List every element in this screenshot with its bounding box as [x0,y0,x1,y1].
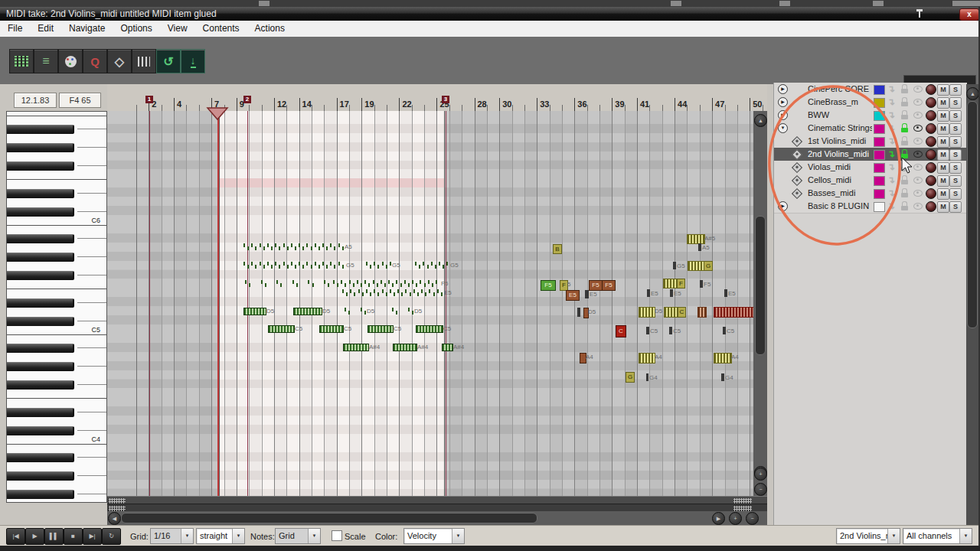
piano-key-black[interactable] [7,453,74,462]
midi-note[interactable] [267,243,269,247]
midi-note[interactable] [424,283,426,287]
record-arm-button[interactable] [926,97,936,108]
midi-note[interactable] [338,243,340,247]
midi-note[interactable] [334,265,335,269]
midi-note[interactable] [374,262,375,266]
piano-roll[interactable]: A5G5G5G5F5E5D5D5D5D5C5C5C5C5A#4A#4A#4BA#… [107,111,767,496]
marker-badge-2[interactable]: 2 [243,96,251,103]
midi-note[interactable] [322,243,324,247]
midi-note[interactable] [337,283,338,287]
midi-note[interactable] [328,283,329,287]
midi-note[interactable] [276,280,278,284]
visibility-eye-icon[interactable] [913,138,923,145]
track-row-cinematic-strings[interactable]: ▼Cinematic Strings↴MS [774,122,967,135]
midi-note[interactable] [393,344,417,351]
track-row-basses-midi[interactable]: Basses_midi↴MS [774,187,967,201]
piano-key-black[interactable] [7,344,74,353]
midi-note[interactable]: C [678,307,686,318]
child-track-icon[interactable] [792,187,802,198]
midi-note[interactable] [342,246,344,250]
midi-note[interactable] [362,292,364,296]
humanize-icon[interactable]: ◇ [107,49,132,73]
solo-button[interactable]: S [949,110,962,122]
mute-button[interactable]: M [937,123,949,135]
midi-note[interactable]: E5 [566,290,580,301]
midi-note[interactable] [318,246,320,250]
visibility-eye-icon[interactable] [913,112,923,119]
channel-filter-select[interactable]: All channels ▼ [903,528,972,544]
event-list-icon[interactable]: ≡ [34,49,58,73]
zoom-out-vertical-button[interactable]: − [754,483,767,496]
stop-button[interactable]: ■ [64,528,83,545]
child-track-icon[interactable] [792,174,802,185]
midi-note[interactable] [245,280,247,284]
midi-note[interactable] [275,243,276,247]
quantize-icon[interactable]: Q [83,49,107,73]
midi-note[interactable] [315,262,316,266]
midi-note[interactable] [243,243,245,247]
track-color-swatch[interactable] [874,98,885,108]
midi-note[interactable] [279,246,280,250]
midi-note[interactable] [338,262,340,266]
midi-note[interactable] [302,246,304,250]
midi-note[interactable] [255,265,256,269]
midi-note[interactable] [251,243,253,247]
lock-icon[interactable] [901,136,908,145]
midi-note[interactable] [342,265,344,269]
piano-key-black[interactable] [7,161,74,171]
midi-note[interactable] [370,265,371,269]
cc-lane-grip[interactable] [109,498,126,504]
midi-note[interactable] [446,262,448,266]
midi-note[interactable] [669,327,672,334]
midi-note[interactable]: F5 [602,280,616,291]
midi-note[interactable] [435,265,436,269]
track-row-2nd-violins-midi[interactable]: 2nd Violins_midi↴MS [774,148,967,161]
track-color-swatch[interactable] [874,176,885,186]
piano-key-black[interactable] [7,490,74,499]
midi-note[interactable] [267,262,269,266]
midi-note[interactable] [249,283,250,287]
piano-key-black[interactable] [7,143,74,152]
routing-icon[interactable]: ↴ [887,122,895,133]
midi-note[interactable] [312,283,314,287]
piano-key-black[interactable] [7,298,74,308]
midi-note[interactable] [287,265,289,269]
vertical-scroll-thumb[interactable] [755,216,766,355]
zoom-out-horizontal-button[interactable]: − [746,512,759,525]
grid-size-select[interactable]: 1/16 ▼ [150,528,194,544]
midi-note[interactable] [350,289,351,293]
midi-note[interactable] [333,280,335,284]
solo-button[interactable]: S [949,175,962,187]
midi-note[interactable]: F5 [589,280,603,291]
piano-key-black[interactable] [7,125,74,134]
solo-button[interactable]: S [949,201,962,213]
midi-note[interactable] [292,280,294,284]
mute-button[interactable]: M [937,175,949,187]
visibility-eye-icon[interactable] [913,125,923,132]
cc-lane-grip[interactable] [733,506,752,511]
track-list-scrollbar[interactable]: ▲ [966,84,978,525]
piano-key-black[interactable] [7,234,74,243]
midi-note[interactable] [366,289,368,293]
track-row-cinebrass-m[interactable]: ▶CineBrass_m↴MS [774,96,967,109]
midi-note[interactable] [348,311,350,315]
swing-select[interactable]: straight ▼ [196,528,245,544]
midi-note[interactable] [318,265,320,269]
step-input-icon[interactable]: ↓ [181,49,205,73]
midi-note[interactable] [271,246,273,250]
midi-note[interactable] [646,373,648,381]
midi-note[interactable] [381,280,382,284]
midi-note[interactable]: B [553,244,562,254]
mute-button[interactable]: M [937,136,949,148]
midi-note[interactable] [382,262,384,266]
lock-icon[interactable] [901,149,908,158]
lock-icon[interactable] [901,175,908,184]
midi-note[interactable] [420,280,421,284]
midi-note[interactable] [436,280,437,284]
midi-note[interactable] [698,243,701,251]
midi-note[interactable] [431,262,433,266]
midi-note[interactable] [334,246,335,250]
midi-note[interactable] [714,353,732,364]
record-arm-button[interactable] [926,136,936,147]
track-color-swatch[interactable] [874,150,885,160]
